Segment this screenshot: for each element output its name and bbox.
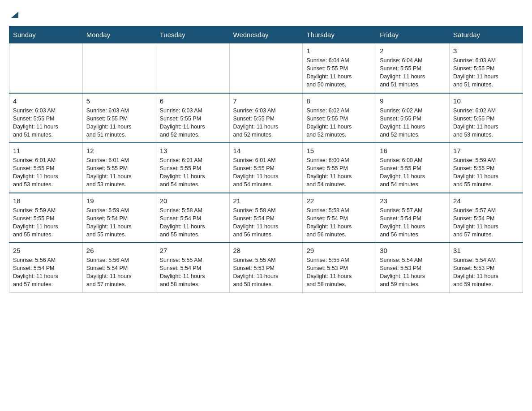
calendar-cell: 2Sunrise: 6:04 AMSunset: 5:55 PMDaylight… — [376, 43, 450, 93]
day-info: Sunrise: 6:03 AMSunset: 5:55 PMDaylight:… — [160, 107, 226, 139]
calendar-cell: 28Sunrise: 5:55 AMSunset: 5:53 PMDayligh… — [229, 243, 303, 292]
day-info: Sunrise: 6:04 AMSunset: 5:55 PMDaylight:… — [380, 56, 446, 89]
day-number: 20 — [160, 197, 226, 205]
day-number: 13 — [160, 147, 226, 154]
calendar-cell: 19Sunrise: 5:59 AMSunset: 5:54 PMDayligh… — [82, 193, 156, 243]
calendar-week-row: 1Sunrise: 6:04 AMSunset: 5:55 PMDaylight… — [9, 43, 523, 93]
day-number: 6 — [160, 97, 226, 105]
day-number: 31 — [453, 247, 519, 254]
day-info: Sunrise: 6:02 AMSunset: 5:55 PMDaylight:… — [306, 107, 372, 139]
day-info: Sunrise: 5:59 AMSunset: 5:55 PMDaylight:… — [453, 156, 519, 189]
day-number: 19 — [86, 197, 152, 205]
calendar-week-row: 4Sunrise: 6:03 AMSunset: 5:55 PMDaylight… — [9, 93, 523, 143]
day-number: 1 — [306, 47, 372, 55]
day-info: Sunrise: 6:01 AMSunset: 5:55 PMDaylight:… — [160, 156, 226, 189]
day-info: Sunrise: 5:59 AMSunset: 5:54 PMDaylight:… — [86, 206, 152, 239]
day-number: 22 — [306, 197, 372, 205]
calendar-cell: 27Sunrise: 5:55 AMSunset: 5:54 PMDayligh… — [156, 243, 229, 292]
calendar-cell: 15Sunrise: 6:00 AMSunset: 5:55 PMDayligh… — [303, 143, 376, 193]
calendar-week-row: 11Sunrise: 6:01 AMSunset: 5:55 PMDayligh… — [9, 143, 523, 193]
day-info: Sunrise: 6:02 AMSunset: 5:55 PMDaylight:… — [380, 107, 446, 139]
calendar-cell: 5Sunrise: 6:03 AMSunset: 5:55 PMDaylight… — [82, 93, 156, 143]
calendar-cell: 9Sunrise: 6:02 AMSunset: 5:55 PMDaylight… — [376, 93, 450, 143]
day-info: Sunrise: 5:54 AMSunset: 5:53 PMDaylight:… — [453, 256, 519, 289]
column-header-tuesday: Tuesday — [156, 26, 229, 43]
calendar-cell: 17Sunrise: 5:59 AMSunset: 5:55 PMDayligh… — [450, 143, 523, 193]
calendar-cell: 11Sunrise: 6:01 AMSunset: 5:55 PMDayligh… — [9, 143, 83, 193]
calendar-week-row: 18Sunrise: 5:59 AMSunset: 5:55 PMDayligh… — [9, 193, 523, 243]
calendar-cell: 24Sunrise: 5:57 AMSunset: 5:54 PMDayligh… — [450, 193, 523, 243]
day-info: Sunrise: 6:00 AMSunset: 5:55 PMDaylight:… — [380, 156, 446, 189]
day-number: 7 — [233, 97, 299, 105]
day-number: 26 — [86, 247, 152, 254]
column-header-saturday: Saturday — [450, 26, 523, 43]
calendar-cell: 22Sunrise: 5:58 AMSunset: 5:54 PMDayligh… — [303, 193, 376, 243]
day-info: Sunrise: 5:55 AMSunset: 5:53 PMDaylight:… — [233, 256, 299, 289]
calendar-week-row: 25Sunrise: 5:56 AMSunset: 5:54 PMDayligh… — [9, 243, 523, 292]
calendar-cell: 13Sunrise: 6:01 AMSunset: 5:55 PMDayligh… — [156, 143, 229, 193]
calendar-cell: 7Sunrise: 6:03 AMSunset: 5:55 PMDaylight… — [229, 93, 303, 143]
logo-triangle-icon — [10, 10, 20, 20]
calendar-cell: 31Sunrise: 5:54 AMSunset: 5:53 PMDayligh… — [450, 243, 523, 292]
day-number: 4 — [13, 97, 79, 105]
column-header-wednesday: Wednesday — [229, 26, 303, 43]
calendar-cell: 20Sunrise: 5:58 AMSunset: 5:54 PMDayligh… — [156, 193, 229, 243]
day-number: 2 — [380, 47, 446, 55]
day-info: Sunrise: 6:03 AMSunset: 5:55 PMDaylight:… — [86, 107, 152, 139]
day-number: 25 — [13, 247, 79, 254]
day-info: Sunrise: 6:03 AMSunset: 5:55 PMDaylight:… — [13, 107, 79, 139]
day-info: Sunrise: 5:58 AMSunset: 5:54 PMDaylight:… — [160, 206, 226, 239]
calendar-cell: 10Sunrise: 6:02 AMSunset: 5:55 PMDayligh… — [450, 93, 523, 143]
day-info: Sunrise: 5:59 AMSunset: 5:55 PMDaylight:… — [13, 206, 79, 239]
calendar-cell: 30Sunrise: 5:54 AMSunset: 5:53 PMDayligh… — [376, 243, 450, 292]
day-number: 12 — [86, 147, 152, 154]
day-number: 11 — [13, 147, 79, 154]
day-number: 30 — [380, 247, 446, 254]
day-info: Sunrise: 6:02 AMSunset: 5:55 PMDaylight:… — [453, 107, 519, 139]
day-number: 28 — [233, 247, 299, 254]
day-info: Sunrise: 6:01 AMSunset: 5:55 PMDaylight:… — [13, 156, 79, 189]
day-info: Sunrise: 5:57 AMSunset: 5:54 PMDaylight:… — [453, 206, 519, 239]
calendar-cell — [156, 43, 229, 93]
calendar-cell: 14Sunrise: 6:01 AMSunset: 5:55 PMDayligh… — [229, 143, 303, 193]
calendar-cell: 21Sunrise: 5:58 AMSunset: 5:54 PMDayligh… — [229, 193, 303, 243]
day-info: Sunrise: 6:01 AMSunset: 5:55 PMDaylight:… — [86, 156, 152, 189]
day-info: Sunrise: 6:01 AMSunset: 5:55 PMDaylight:… — [233, 156, 299, 189]
calendar-cell: 8Sunrise: 6:02 AMSunset: 5:55 PMDaylight… — [303, 93, 376, 143]
day-info: Sunrise: 6:03 AMSunset: 5:55 PMDaylight:… — [233, 107, 299, 139]
day-info: Sunrise: 6:03 AMSunset: 5:55 PMDaylight:… — [453, 56, 519, 89]
column-header-friday: Friday — [376, 26, 450, 43]
calendar-cell: 18Sunrise: 5:59 AMSunset: 5:55 PMDayligh… — [9, 193, 83, 243]
column-header-thursday: Thursday — [303, 26, 376, 43]
day-number: 8 — [306, 97, 372, 105]
column-header-monday: Monday — [82, 26, 156, 43]
day-info: Sunrise: 5:55 AMSunset: 5:53 PMDaylight:… — [306, 256, 372, 289]
calendar-cell: 16Sunrise: 6:00 AMSunset: 5:55 PMDayligh… — [376, 143, 450, 193]
calendar-cell — [9, 43, 83, 93]
day-number: 10 — [453, 97, 519, 105]
day-number: 24 — [453, 197, 519, 205]
calendar-cell: 12Sunrise: 6:01 AMSunset: 5:55 PMDayligh… — [82, 143, 156, 193]
calendar-cell: 25Sunrise: 5:56 AMSunset: 5:54 PMDayligh… — [9, 243, 83, 292]
calendar-cell: 23Sunrise: 5:57 AMSunset: 5:54 PMDayligh… — [376, 193, 450, 243]
day-number: 18 — [13, 197, 79, 205]
day-info: Sunrise: 5:58 AMSunset: 5:54 PMDaylight:… — [306, 206, 372, 239]
calendar-cell: 26Sunrise: 5:56 AMSunset: 5:54 PMDayligh… — [82, 243, 156, 292]
calendar-cell: 3Sunrise: 6:03 AMSunset: 5:55 PMDaylight… — [450, 43, 523, 93]
day-info: Sunrise: 5:58 AMSunset: 5:54 PMDaylight:… — [233, 206, 299, 239]
day-info: Sunrise: 5:56 AMSunset: 5:54 PMDaylight:… — [13, 256, 79, 289]
day-info: Sunrise: 5:57 AMSunset: 5:54 PMDaylight:… — [380, 206, 446, 239]
day-number: 15 — [306, 147, 372, 154]
calendar-table: SundayMondayTuesdayWednesdayThursdayFrid… — [9, 26, 523, 293]
day-number: 3 — [453, 47, 519, 55]
calendar-cell: 6Sunrise: 6:03 AMSunset: 5:55 PMDaylight… — [156, 93, 229, 143]
day-number: 23 — [380, 197, 446, 205]
day-info: Sunrise: 5:54 AMSunset: 5:53 PMDaylight:… — [380, 256, 446, 289]
day-number: 5 — [86, 97, 152, 105]
day-number: 29 — [306, 247, 372, 254]
day-info: Sunrise: 6:00 AMSunset: 5:55 PMDaylight:… — [306, 156, 372, 189]
calendar-header-row: SundayMondayTuesdayWednesdayThursdayFrid… — [9, 26, 523, 43]
calendar-cell: 4Sunrise: 6:03 AMSunset: 5:55 PMDaylight… — [9, 93, 83, 143]
logo — [9, 9, 20, 17]
day-number: 21 — [233, 197, 299, 205]
